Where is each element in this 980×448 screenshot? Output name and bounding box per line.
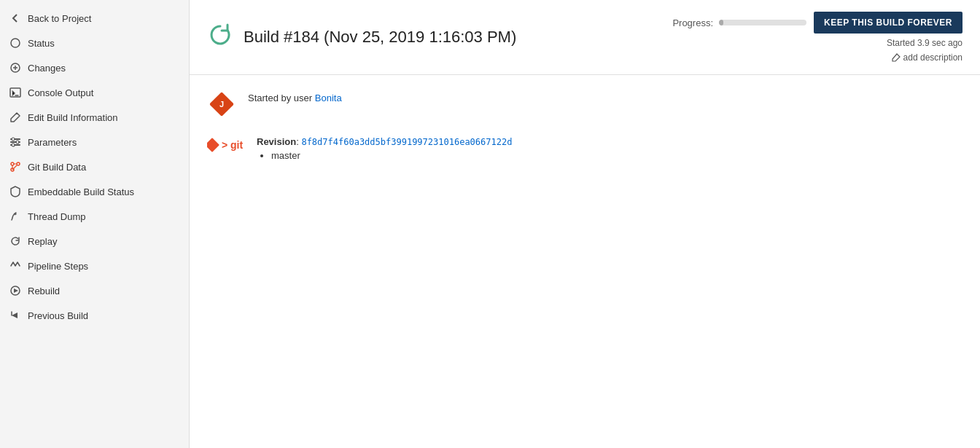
svg-point-0 [11, 39, 20, 47]
svg-rect-17 [207, 138, 219, 152]
svg-text:J: J [219, 100, 224, 109]
add-description-label: add description [903, 52, 962, 63]
back-to-project[interactable]: Back to Project [0, 6, 189, 31]
jenkins-logo: J [207, 90, 236, 119]
revision-info: Revision: 8f8d7f4f60a3dd5bf3991997231016… [257, 133, 512, 161]
branch-item: master [271, 150, 512, 161]
sidebar-item-edit-build-info[interactable]: Edit Build Information [0, 105, 189, 130]
svg-text:> git: > git [222, 139, 244, 151]
sidebar-label-changes: Changes [28, 63, 66, 74]
sidebar-item-thread-dump[interactable]: Thread Dump [0, 204, 189, 229]
keep-build-button[interactable]: KEEP THIS BUILD FOREVER [814, 12, 962, 34]
sidebar-label-edit: Edit Build Information [28, 112, 118, 123]
started-text: Started 3.9 sec ago [887, 38, 962, 48]
revision-line: Revision: 8f8d7f4f60a3dd5bf3991997231016… [257, 136, 512, 147]
add-description-link[interactable]: add description [892, 52, 962, 63]
started-by-row: J Started by user Bonita [207, 90, 962, 119]
build-content: J Started by user Bonita > git Revis [190, 75, 980, 176]
edit-icon [9, 111, 22, 124]
git-logo-svg: > git [207, 136, 245, 154]
pipeline-icon [9, 259, 22, 272]
sidebar: Back to Project Status Changes Console O… [0, 0, 190, 448]
sidebar-label-parameters: Parameters [28, 137, 77, 148]
shield-icon [9, 185, 22, 198]
previous-icon [9, 309, 22, 322]
sidebar-label-thread-dump: Thread Dump [28, 211, 85, 222]
build-title: Build #184 (Nov 25, 2019 1:16:03 PM) [244, 28, 516, 47]
header-right: Progress: KEEP THIS BUILD FOREVER Starte… [672, 12, 962, 63]
sidebar-label-console: Console Output [28, 87, 93, 98]
progress-row: Progress: [672, 17, 806, 28]
user-link[interactable]: Bonita [315, 93, 342, 103]
sidebar-item-replay[interactable]: Replay [0, 229, 189, 254]
started-by-text: Started by user Bonita [248, 90, 342, 103]
progress-label: Progress: [672, 17, 713, 28]
refresh-icon [207, 22, 233, 53]
progress-bar-fill [719, 20, 723, 25]
svg-point-6 [12, 138, 15, 141]
svg-marker-13 [14, 288, 18, 293]
sidebar-label-embeddable: Embeddable Build Status [28, 186, 134, 197]
status-icon [9, 36, 22, 50]
sidebar-item-console-output[interactable]: Console Output [0, 80, 189, 105]
svg-marker-14 [12, 313, 18, 318]
svg-point-9 [11, 162, 14, 165]
svg-point-10 [17, 162, 20, 165]
sidebar-item-git-build-data[interactable]: Git Build Data [0, 154, 189, 179]
sidebar-label-replay: Replay [28, 236, 57, 247]
branch-list: master [257, 150, 512, 161]
svg-point-8 [12, 144, 15, 146]
sidebar-item-embeddable-build-status[interactable]: Embeddable Build Status [0, 179, 189, 204]
revision-row: > git Revision: 8f8d7f4f60a3dd5bf3991997… [207, 133, 962, 161]
parameters-icon [9, 135, 22, 149]
sidebar-item-rebuild[interactable]: Rebuild [0, 278, 189, 303]
main-content: Build #184 (Nov 25, 2019 1:16:03 PM) Pro… [190, 0, 980, 448]
replay-icon [9, 235, 22, 248]
pencil-icon [892, 53, 901, 62]
sidebar-item-changes[interactable]: Changes [0, 55, 189, 80]
back-arrow-icon [9, 12, 22, 25]
git-logo-icon: > git [207, 136, 245, 154]
svg-point-7 [16, 141, 19, 144]
sidebar-label-git-build-data: Git Build Data [28, 162, 86, 173]
sidebar-label-status: Status [28, 38, 55, 49]
sidebar-label-pipeline: Pipeline Steps [28, 261, 88, 272]
sidebar-label-previous: Previous Build [28, 310, 88, 321]
sidebar-item-status[interactable]: Status [0, 31, 189, 55]
console-icon [9, 86, 22, 99]
sidebar-item-parameters[interactable]: Parameters [0, 130, 189, 154]
build-header: Build #184 (Nov 25, 2019 1:16:03 PM) Pro… [190, 0, 980, 75]
thread-icon [9, 210, 22, 223]
header-left: Build #184 (Nov 25, 2019 1:16:03 PM) [207, 22, 516, 53]
rebuild-icon [9, 284, 22, 297]
git-data-icon [9, 160, 22, 173]
changes-icon [9, 61, 22, 74]
sidebar-item-previous-build[interactable]: Previous Build [0, 303, 189, 328]
revision-hash-link[interactable]: 8f8d7f4f60a3dd5bf3991997231016ea0667122d [301, 137, 512, 147]
sidebar-label-rebuild: Rebuild [28, 286, 60, 296]
sidebar-item-pipeline-steps[interactable]: Pipeline Steps [0, 254, 189, 278]
jenkins-icon: J [207, 90, 236, 119]
revision-label: Revision [257, 136, 296, 147]
back-label: Back to Project [28, 13, 91, 24]
started-by-prefix: Started by user [248, 93, 315, 103]
progress-bar-track [719, 20, 806, 25]
